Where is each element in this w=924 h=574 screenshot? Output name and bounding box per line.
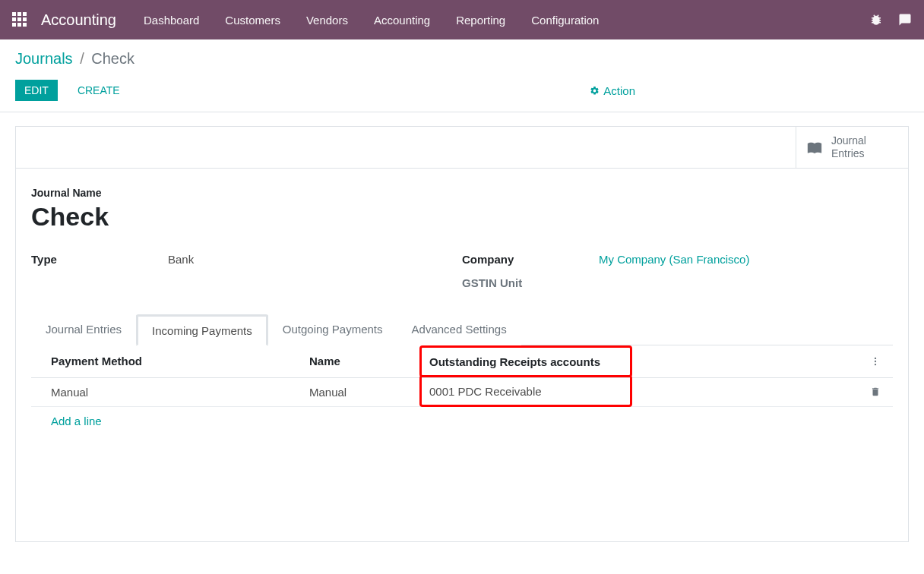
sub-header: Journals / Check Edit Create Action [0,39,924,112]
tab-outgoing-payments[interactable]: Outgoing Payments [268,314,397,345]
nav-reporting[interactable]: Reporting [456,14,505,27]
action-dropdown[interactable]: Action [590,84,635,97]
svg-point-1 [875,360,876,361]
nav-configuration[interactable]: Configuration [531,14,599,27]
bug-icon[interactable] [869,13,883,27]
table-header: Payment Method Name Outstanding Receipts… [31,345,893,378]
journal-entries-label: Journal Entries [831,134,899,160]
th-name: Name [309,355,427,367]
tab-incoming-payments[interactable]: Incoming Payments [136,314,268,345]
company-label: Company [462,253,599,266]
breadcrumb: Journals / Check [15,50,909,68]
columns-menu[interactable] [864,356,887,367]
action-label: Action [603,84,635,97]
tabs: Journal Entries Incoming Payments Outgoi… [31,314,893,345]
delete-row[interactable] [864,386,887,397]
nav-customers[interactable]: Customers [225,14,280,27]
cell-payment-method: Manual [51,386,309,399]
edit-button[interactable]: Edit [15,80,58,101]
gear-icon [590,86,600,96]
kebab-icon [870,356,881,367]
nav-accounting[interactable]: Accounting [374,14,430,27]
nav-dashboard[interactable]: Dashboard [144,14,199,27]
svg-point-2 [875,364,876,365]
form-row: Type Bank Company My Company (San Franci… [31,253,893,300]
type-value: Bank [168,253,194,266]
journal-name-label: Journal Name [31,187,893,199]
create-button[interactable]: Create [68,80,129,101]
chat-icon[interactable] [898,13,912,27]
journal-name-value: Check [31,202,893,232]
journal-entries-statbutton[interactable]: Journal Entries [796,127,908,168]
app-brand[interactable]: Accounting [41,11,116,29]
add-line-link[interactable]: Add a line [51,415,102,427]
card-body: Journal Name Check Type Bank Company My … [16,169,908,541]
th-outstanding-wrap: Outstanding Receipts accounts [427,353,864,370]
cell-outstanding-wrap: 0001 PDC Receivable [427,385,864,399]
trash-icon [870,386,881,397]
breadcrumb-sep: / [80,50,84,67]
th-payment-method: Payment Method [51,355,309,367]
breadcrumb-journals[interactable]: Journals [15,50,73,67]
company-value[interactable]: My Company (San Francisco) [599,253,749,266]
apps-icon[interactable] [12,12,27,27]
add-line-row: Add a line [31,407,893,435]
nav-vendors[interactable]: Vendors [306,14,348,27]
th-outstanding: Outstanding Receipts accounts [429,355,630,368]
tab-advanced-settings[interactable]: Advanced Settings [397,314,521,345]
tab-journal-entries[interactable]: Journal Entries [31,314,136,345]
type-label: Type [31,253,168,266]
form-card: Journal Entries Journal Name Check Type … [15,126,909,542]
gstin-label: GSTIN Unit [462,276,599,289]
book-icon [805,140,824,155]
breadcrumb-current: Check [91,50,134,67]
card-wrap: Journal Entries Journal Name Check Type … [0,112,924,556]
svg-point-0 [875,357,876,358]
cell-name: Manual [309,386,427,399]
card-top: Journal Entries [16,127,908,169]
topnav: Accounting Dashboard Customers Vendors A… [0,0,924,39]
cell-outstanding: 0001 PDC Receivable [429,385,542,398]
table-row[interactable]: Manual Manual 0001 PDC Receivable [31,378,893,407]
toolbar: Edit Create Action [15,80,909,101]
